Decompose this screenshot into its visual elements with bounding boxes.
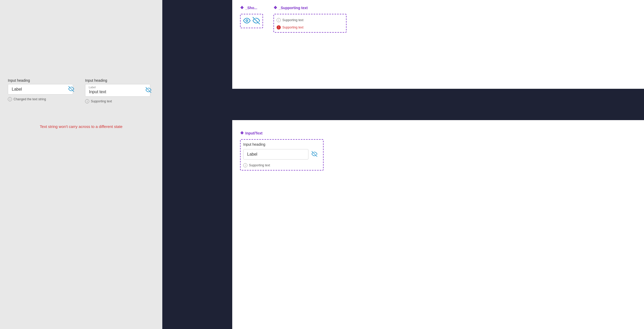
info-icon-2: i: [85, 99, 89, 103]
input-group-1: Input heading i Changed: [8, 78, 77, 101]
right-panel: ❖ _Sho...: [232, 0, 644, 329]
supporting-text-error-label: Supporting text: [282, 26, 303, 29]
supporting-title-label: _Supporting text: [279, 6, 308, 10]
center-panel: [162, 0, 232, 329]
input-heading-2: Input heading: [85, 78, 154, 83]
input-heading-3: Input heading: [243, 142, 320, 146]
input-heading-1: Input heading: [8, 78, 77, 83]
left-input-col-2: Input heading Label i: [85, 78, 154, 103]
diamond-icon-3: ❖: [240, 131, 244, 136]
svg-point-2: [246, 20, 248, 22]
error-icon-1: !: [277, 25, 281, 30]
input-wrapper-3: [243, 149, 320, 160]
eye-off-icon-3[interactable]: [312, 151, 317, 158]
eye-open-icon[interactable]: [243, 17, 251, 25]
input-wrapper-1: [8, 84, 77, 95]
supporting-text-normal: i Supporting text: [277, 18, 343, 22]
supporting-text-2: i Supporting text: [85, 99, 154, 103]
supporting-text-normal-label: Supporting text: [282, 18, 303, 22]
show-component-title: ❖ _Sho...: [240, 5, 263, 10]
main-layout: Input heading i Changed: [0, 0, 644, 329]
warning-text: Text string won't carry across to a diff…: [8, 124, 154, 129]
text-input-3[interactable]: [243, 149, 308, 160]
left-inputs-section: Input heading i Changed: [8, 78, 154, 103]
show-title-label: _Sho...: [245, 6, 257, 10]
input-group-2: Input heading Label i: [85, 78, 154, 103]
center-top: [162, 0, 232, 89]
supporting-text-1: i Changed the text string: [8, 97, 77, 101]
info-icon-4: i: [243, 163, 247, 167]
supporting-text-label-2: Supporting text: [91, 99, 112, 103]
text-input-1[interactable]: [8, 84, 73, 95]
left-input-col-1: Input heading i Changed: [8, 78, 77, 103]
input-text-component-title: ❖ Input/Text: [240, 131, 324, 136]
eye-off-icon[interactable]: [253, 17, 260, 25]
supporting-text-error: ! Supporting text: [277, 25, 343, 30]
supporting-text-3: i Supporting text: [243, 163, 320, 167]
right-top: ❖ _Sho...: [232, 0, 644, 89]
show-component-container: ❖ _Sho...: [240, 5, 263, 28]
diamond-icon-2: ❖: [273, 5, 277, 10]
right-bottom: ❖ Input/Text Input heading: [232, 120, 644, 329]
input-wrapper-2: Label: [85, 84, 154, 97]
info-icon-3: i: [277, 18, 281, 22]
supporting-text-component-box: i Supporting text ! Supporting text: [273, 14, 347, 33]
diamond-icon-1: ❖: [240, 5, 244, 10]
left-panel: Input heading i Changed: [0, 0, 162, 329]
supporting-text-component-container: ❖ _Supporting text i Supporting text ! S…: [273, 5, 347, 33]
supporting-text-component-title: ❖ _Supporting text: [273, 5, 347, 10]
eye-off-icon-2[interactable]: [146, 87, 151, 94]
center-bottom: [162, 89, 232, 329]
supporting-text-label-1: Changed the text string: [14, 97, 46, 101]
right-dark: [232, 89, 644, 120]
supporting-text-label-3: Supporting text: [249, 163, 270, 167]
info-icon-1: i: [8, 97, 12, 101]
input-text-title-label: Input/Text: [245, 131, 263, 135]
input-text-component-container: ❖ Input/Text Input heading: [240, 131, 324, 171]
text-input-2[interactable]: [85, 84, 150, 97]
eye-off-icon-1[interactable]: [68, 86, 74, 93]
input-text-component-box: Input heading i Support: [240, 139, 324, 171]
toggle-icons-row: [240, 14, 263, 28]
